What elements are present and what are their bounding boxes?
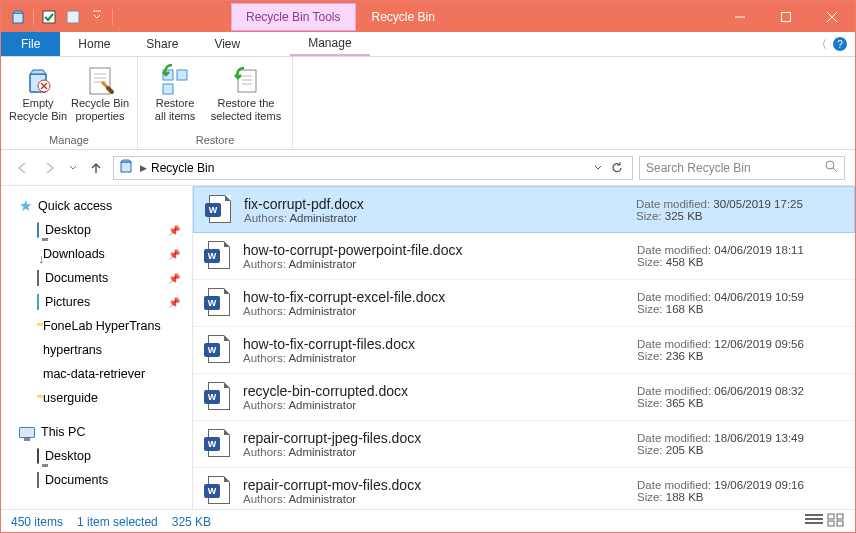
back-button[interactable]: [11, 157, 33, 179]
file-date: Date modified: 06/06/2019 08:32: [637, 385, 843, 397]
svg-rect-15: [805, 522, 823, 524]
file-size: Size: 325 KB: [636, 210, 842, 222]
nav-this-pc[interactable]: This PC: [1, 420, 192, 444]
nav-item[interactable]: hypertrans: [1, 338, 192, 362]
tab-manage[interactable]: Manage: [290, 32, 369, 56]
nav-item-label: userguide: [43, 391, 98, 405]
svg-rect-1: [43, 11, 55, 23]
minimize-button[interactable]: [717, 1, 763, 32]
pin-icon: 📌: [168, 225, 180, 236]
qat-dropdown-icon[interactable]: [86, 6, 108, 28]
svg-rect-17: [837, 514, 843, 519]
word-doc-icon: W: [201, 381, 233, 413]
search-box[interactable]: Search Recycle Bin: [639, 156, 845, 180]
file-date: Date modified: 30/05/2019 17:25: [636, 198, 842, 210]
nav-label: Quick access: [38, 199, 112, 213]
quick-access-toolbar: [1, 6, 115, 28]
svg-rect-8: [177, 70, 187, 80]
help-icon[interactable]: ?: [833, 37, 847, 51]
svg-rect-11: [121, 162, 131, 172]
tab-file[interactable]: File: [1, 32, 60, 56]
nav-item[interactable]: Pictures📌: [1, 290, 192, 314]
pin-icon: 📌: [168, 249, 180, 260]
view-large-icon[interactable]: [827, 513, 845, 530]
ribbon: EmptyRecycle BinRecycle BinpropertiesMan…: [1, 57, 855, 150]
ribbon-collapse-icon[interactable]: 〈: [816, 37, 827, 52]
file-size: Size: 458 KB: [637, 256, 843, 268]
address-dropdown-icon[interactable]: [590, 157, 606, 179]
ribbon-btn-label: Restore theselected items: [211, 97, 281, 123]
ribbon-btn-empty[interactable]: EmptyRecycle Bin: [7, 61, 69, 132]
file-name: repair-corrupt-jpeg-files.docx: [243, 430, 637, 446]
nav-item-label: Desktop: [45, 449, 91, 463]
nav-label: This PC: [41, 425, 85, 439]
nav-item[interactable]: Documents: [1, 468, 192, 492]
nav-item-label: Documents: [45, 271, 108, 285]
status-item-count: 450 items: [11, 515, 63, 529]
nav-item-label: Desktop: [45, 223, 91, 237]
tab-home[interactable]: Home: [60, 32, 128, 56]
forward-button[interactable]: [39, 157, 61, 179]
file-row[interactable]: W fix-corrupt-pdf.docx Authors: Administ…: [193, 186, 855, 233]
navigation-pane: ★Quick accessDesktop📌Downloads📌Documents…: [1, 186, 193, 509]
file-row[interactable]: W how-to-fix-corrupt-excel-file.docx Aut…: [193, 280, 855, 327]
file-size: Size: 365 KB: [637, 397, 843, 409]
contextual-tab-label[interactable]: Recycle Bin Tools: [231, 3, 356, 31]
svg-rect-6: [90, 68, 110, 94]
file-row[interactable]: W repair-corrupt-mov-files.docx Authors:…: [193, 468, 855, 509]
refresh-button[interactable]: [606, 157, 628, 179]
nav-item[interactable]: FoneLab HyperTrans: [1, 314, 192, 338]
tab-share[interactable]: Share: [128, 32, 196, 56]
file-date: Date modified: 19/06/2019 09:16: [637, 479, 843, 491]
maximize-button[interactable]: [763, 1, 809, 32]
close-button[interactable]: [809, 1, 855, 32]
tab-view[interactable]: View: [196, 32, 258, 56]
recent-dropdown[interactable]: [67, 157, 79, 179]
restore_all-icon: [159, 63, 191, 97]
file-row[interactable]: W how-to-corrupt-powerpoint-file.docx Au…: [193, 233, 855, 280]
nav-item[interactable]: Desktop: [1, 444, 192, 468]
svg-rect-16: [828, 514, 834, 519]
chevron-right-icon[interactable]: ▶: [140, 163, 147, 173]
nav-item[interactable]: Documents📌: [1, 266, 192, 290]
file-name: how-to-fix-corrupt-excel-file.docx: [243, 289, 637, 305]
svg-rect-19: [837, 521, 843, 526]
ribbon-btn-label: Restoreall items: [155, 97, 195, 123]
file-row[interactable]: W how-to-fix-corrupt-files.docx Authors:…: [193, 327, 855, 374]
qat-blank-icon[interactable]: [62, 6, 84, 28]
file-date: Date modified: 04/06/2019 18:11: [637, 244, 843, 256]
nav-item[interactable]: userguide: [1, 386, 192, 410]
breadcrumb[interactable]: Recycle Bin: [151, 161, 214, 175]
view-details-icon[interactable]: [805, 513, 823, 530]
file-name: recycle-bin-corrupted.docx: [243, 383, 637, 399]
ribbon-tabs: File Home Share View Manage 〈 ?: [1, 32, 855, 57]
svg-rect-18: [828, 521, 834, 526]
file-list: W fix-corrupt-pdf.docx Authors: Administ…: [193, 186, 855, 509]
qat-check-icon[interactable]: [38, 6, 60, 28]
document-icon: [37, 473, 39, 487]
window-title: Recycle Bin: [372, 10, 435, 24]
address-bar[interactable]: ▶ Recycle Bin: [113, 156, 633, 180]
search-icon[interactable]: [824, 159, 838, 176]
ribbon-btn-restore_all[interactable]: Restoreall items: [144, 61, 206, 132]
file-authors: Authors: Administrator: [243, 305, 637, 317]
navigation-bar: ▶ Recycle Bin Search Recycle Bin: [1, 150, 855, 186]
ribbon-btn-props[interactable]: Recycle Binproperties: [69, 61, 131, 132]
svg-rect-9: [163, 84, 173, 94]
file-size: Size: 205 KB: [637, 444, 843, 456]
svg-rect-14: [805, 518, 823, 520]
file-authors: Authors: Administrator: [243, 399, 637, 411]
nav-quick-access[interactable]: ★Quick access: [1, 194, 192, 218]
file-authors: Authors: Administrator: [243, 258, 637, 270]
star-icon: ★: [19, 197, 32, 215]
pc-icon: [19, 427, 35, 438]
pictures-icon: [37, 295, 39, 309]
file-row[interactable]: W recycle-bin-corrupted.docx Authors: Ad…: [193, 374, 855, 421]
nav-item[interactable]: Desktop📌: [1, 218, 192, 242]
ribbon-btn-restore_sel[interactable]: Restore theselected items: [206, 61, 286, 132]
qat-recycle-bin-icon[interactable]: [7, 6, 29, 28]
up-button[interactable]: [85, 157, 107, 179]
file-row[interactable]: W repair-corrupt-jpeg-files.docx Authors…: [193, 421, 855, 468]
nav-item[interactable]: Downloads📌: [1, 242, 192, 266]
nav-item[interactable]: mac-data-retriever: [1, 362, 192, 386]
